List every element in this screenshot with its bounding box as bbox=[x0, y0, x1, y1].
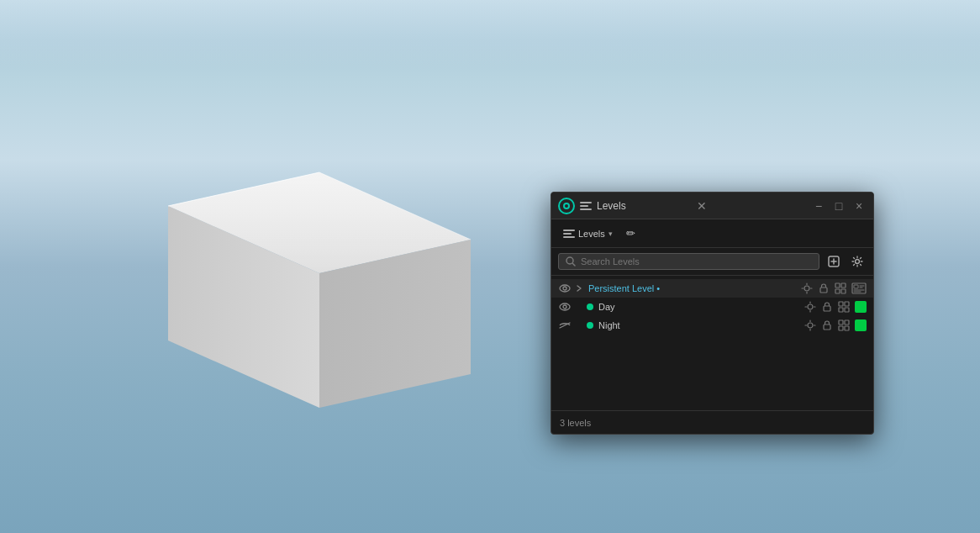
gear-icon bbox=[851, 256, 863, 267]
search-icon bbox=[566, 256, 576, 266]
add-icon bbox=[828, 256, 840, 267]
minimize-button[interactable]: − bbox=[811, 198, 826, 214]
svg-rect-50 bbox=[845, 320, 849, 325]
pencil-icon: ✏ bbox=[626, 227, 635, 240]
svg-point-13 bbox=[563, 287, 566, 290]
svg-rect-39 bbox=[845, 302, 849, 306]
levels-list: Persistent Level • bbox=[551, 276, 873, 410]
level-name-day: Day bbox=[597, 302, 801, 312]
panel-titlebar: Levels ✕ − □ × bbox=[551, 193, 873, 219]
visibility-icon-night[interactable] bbox=[558, 319, 572, 332]
levels-btn-label: Levels bbox=[578, 229, 605, 239]
close-button[interactable]: × bbox=[851, 198, 867, 214]
svg-rect-40 bbox=[839, 308, 843, 312]
panel-statusbar: 3 levels bbox=[551, 410, 873, 434]
maximize-button[interactable]: □ bbox=[831, 198, 846, 214]
search-wrap bbox=[558, 253, 819, 270]
level-row-persistent[interactable]: Persistent Level • bbox=[551, 279, 873, 298]
svg-point-43 bbox=[808, 323, 813, 328]
svg-rect-19 bbox=[820, 288, 827, 293]
levels-tab-icon bbox=[580, 200, 592, 212]
visibility-icon-day[interactable] bbox=[558, 300, 572, 314]
light-icon-night[interactable] bbox=[804, 319, 816, 331]
svg-rect-48 bbox=[824, 325, 830, 330]
svg-rect-25 bbox=[854, 285, 858, 288]
row-icons-night bbox=[804, 319, 867, 331]
svg-rect-38 bbox=[839, 302, 843, 306]
blueprint-icon-persistent[interactable] bbox=[851, 282, 867, 294]
levels-dropdown-button[interactable]: Levels ▾ bbox=[558, 225, 618, 242]
expand-icon-persistent[interactable] bbox=[575, 284, 583, 293]
row-icons-persistent bbox=[801, 282, 867, 294]
level-name-night: Night bbox=[597, 320, 801, 330]
add-level-button[interactable] bbox=[825, 252, 843, 271]
level-row-day[interactable]: Day bbox=[551, 298, 873, 316]
svg-point-6 bbox=[566, 257, 573, 264]
dot-night bbox=[587, 322, 593, 329]
search-input[interactable] bbox=[581, 256, 812, 266]
app-icon bbox=[558, 198, 575, 214]
svg-point-32 bbox=[808, 304, 813, 309]
svg-rect-23 bbox=[841, 289, 846, 293]
status-square-night bbox=[855, 319, 867, 331]
svg-point-31 bbox=[563, 305, 566, 309]
dot-day bbox=[587, 303, 593, 310]
app-icon-inner bbox=[563, 203, 570, 209]
grid-icon-persistent[interactable] bbox=[835, 282, 846, 294]
svg-rect-20 bbox=[835, 283, 840, 288]
svg-rect-21 bbox=[841, 283, 846, 288]
light-icon-persistent[interactable] bbox=[801, 282, 813, 294]
svg-rect-37 bbox=[824, 306, 830, 311]
settings-button[interactable] bbox=[848, 252, 867, 271]
svg-rect-41 bbox=[845, 308, 849, 312]
close-icon-tab[interactable]: ✕ bbox=[694, 198, 709, 214]
grid-icon-day[interactable] bbox=[838, 301, 850, 313]
svg-line-7 bbox=[573, 264, 576, 266]
svg-point-12 bbox=[560, 285, 570, 292]
level-name-persistent: Persistent Level • bbox=[587, 283, 798, 293]
lock-icon-night[interactable] bbox=[821, 319, 833, 331]
status-square-day bbox=[855, 301, 867, 313]
svg-point-14 bbox=[804, 286, 809, 291]
level-row-night[interactable]: Night bbox=[551, 316, 873, 335]
levels-dropdown-icon bbox=[563, 228, 575, 240]
lock-icon-day[interactable] bbox=[821, 301, 833, 313]
svg-rect-51 bbox=[839, 326, 843, 330]
levels-count: 3 levels bbox=[560, 418, 591, 428]
edit-pencil-button[interactable]: ✏ bbox=[621, 224, 640, 242]
search-row bbox=[551, 248, 873, 276]
cloud-layer bbox=[0, 0, 980, 67]
3d-cube bbox=[143, 156, 496, 425]
svg-point-30 bbox=[560, 303, 570, 310]
panel-toolbar: Levels ▾ ✏ bbox=[551, 219, 873, 248]
panel-title: Levels bbox=[597, 200, 689, 212]
grid-icon-night[interactable] bbox=[838, 319, 850, 331]
light-icon-day[interactable] bbox=[804, 301, 816, 313]
chevron-down-icon: ▾ bbox=[609, 230, 613, 238]
visibility-icon-persistent[interactable] bbox=[558, 282, 572, 295]
svg-rect-52 bbox=[845, 326, 849, 330]
svg-rect-49 bbox=[839, 320, 843, 325]
row-icons-day bbox=[804, 301, 867, 313]
svg-point-11 bbox=[856, 260, 860, 264]
svg-rect-22 bbox=[835, 289, 840, 293]
lock-icon-persistent[interactable] bbox=[818, 282, 830, 294]
levels-panel: Levels ✕ − □ × Levels ▾ ✏ bbox=[551, 192, 874, 435]
